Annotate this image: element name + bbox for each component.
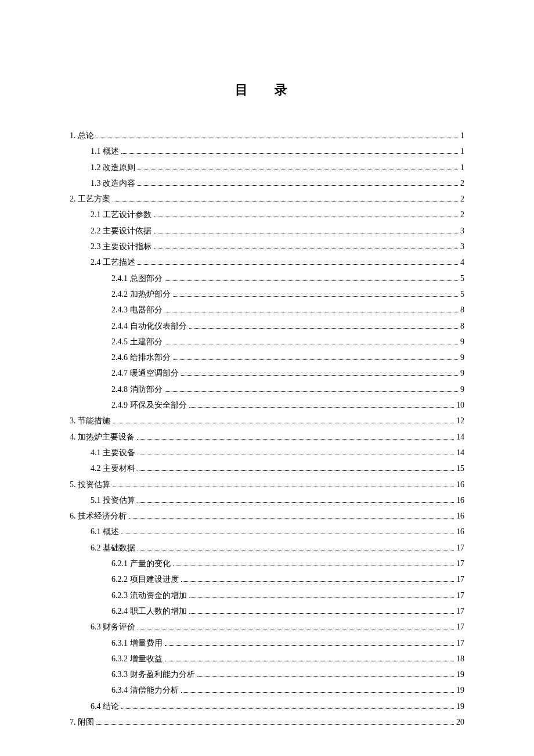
toc-leader-dots [113,201,458,201]
toc-entry-label: 1. 总论 [70,128,94,143]
toc-leader-dots [189,328,459,329]
toc-entry-label: 6.2.2 项目建设进度 [111,571,179,587]
toc-entry-label: 1.3 改造内容 [91,175,135,191]
toc-entry-label: 7. 附图 [70,714,94,730]
toc-entry-page: 2 [460,191,464,207]
toc-entry-page: 17 [456,588,464,603]
toc-entry-label: 5.1 投资估算 [91,492,135,508]
toc-leader-dots [165,312,459,312]
toc-entry-label: 2.3 主要设计指标 [91,239,151,254]
toc-leader-dots [138,550,454,550]
toc-entry: 6.2 基础数据17 [70,540,464,556]
toc-entry-label: 2.4.3 电器部分 [111,302,163,318]
toc-entry-page: 2 [460,207,464,222]
toc-entry: 6.2.3 流动资金的增加17 [70,588,464,603]
toc-entry-label: 6.2.1 产量的变化 [111,556,171,571]
toc-entry-label: 2.2 主要设计依据 [91,223,151,239]
toc-entry: 6.3.2 增量收益18 [70,651,464,667]
toc-leader-dots [189,613,454,614]
toc-leader-dots [154,249,458,249]
toc-leader-dots [138,185,458,186]
toc-entry-label: 3. 节能措施 [70,413,110,429]
toc-entry-page: 17 [456,540,464,556]
toc-entry: 2.4.2 加热炉部分5 [70,286,464,302]
toc-leader-dots [138,470,454,471]
toc-entry: 2.3 主要设计指标3 [70,239,464,254]
toc-leader-dots [165,661,454,661]
toc-entry: 2.4.9 环保及安全部分10 [70,397,464,413]
toc-entry: 2. 工艺方案2 [70,191,464,207]
toc-entry-label: 2.4.7 暖通空调部分 [111,365,179,381]
toc-entry: 6.2.1 产量的变化17 [70,556,464,571]
toc-entry-page: 16 [456,492,464,508]
toc-entry-page: 3 [460,239,464,254]
toc-entry-page: 16 [456,524,464,539]
toc-leader-dots [138,455,454,455]
toc-entry-page: 1 [460,160,464,175]
toc-entry-label: 2.4.8 消防部分 [111,381,163,397]
toc-entry: 5.1 投资估算16 [70,492,464,508]
toc-leader-dots [154,233,458,233]
toc-leader-dots [197,676,454,677]
toc-entry-label: 2.4.9 环保及安全部分 [111,397,187,413]
toc-leader-dots [138,502,454,503]
toc-entry-label: 2.4.2 加热炉部分 [111,286,171,302]
toc-entry-label: 6.2.4 职工人数的增加 [111,603,187,619]
toc-entry-label: 4.1 主要设备 [91,445,135,460]
toc-entry-page: 19 [456,682,464,698]
toc-entry-label: 6.4 结论 [91,699,119,714]
toc-entry-label: 2.1 工艺设计参数 [91,207,151,222]
toc-entry: 2.4.7 暖通空调部分9 [70,365,464,381]
toc-entry: 7. 附图20 [70,714,464,730]
toc-entry-page: 5 [460,271,464,286]
toc-entry-page: 20 [456,714,464,730]
toc-entry-page: 17 [456,619,464,635]
toc-entry-page: 18 [456,651,464,667]
toc-entry-page: 9 [460,350,464,365]
toc-entry-label: 2.4.1 总图部分 [111,271,163,286]
toc-entry: 4.1 主要设备14 [70,445,464,460]
toc-entry-label: 2. 工艺方案 [70,191,110,207]
toc-entry-label: 5. 投资估算 [70,477,110,492]
toc-entry-label: 4. 加热炉主要设备 [70,429,135,445]
toc-entry: 3. 节能措施12 [70,413,464,429]
toc-entry: 4. 加热炉主要设备14 [70,429,464,445]
toc-leader-dots [154,217,458,217]
toc-entry: 1. 总论1 [70,128,464,143]
toc-entry: 2.4.5 土建部分9 [70,334,464,350]
toc-entry-label: 6.2.3 流动资金的增加 [111,588,187,603]
toc-entry: 6.3.1 增量费用17 [70,635,464,651]
toc-leader-dots [121,708,454,709]
toc-entry: 6. 技术经济分析16 [70,508,464,524]
toc-leader-dots [129,518,454,519]
toc-entry: 2.1 工艺设计参数2 [70,207,464,222]
toc-entry-page: 14 [456,429,464,445]
toc-entry-label: 6. 技术经济分析 [70,508,127,524]
toc-leader-dots [181,375,459,376]
toc-entry-page: 12 [456,413,464,429]
toc-leader-dots [138,264,458,265]
toc-entry-page: 5 [460,286,464,302]
toc-entry-page: 1 [460,128,464,143]
toc-leader-dots [173,296,459,297]
toc-leader-dots [113,423,454,423]
toc-entry-page: 15 [456,460,464,476]
toc-leader-dots [138,629,454,629]
toc-entry-label: 2.4 工艺描述 [91,254,135,270]
toc-entry: 6.3 财务评价17 [70,619,464,635]
toc-entry-label: 2.4.6 给排水部分 [111,350,171,365]
toc-entry-page: 1 [460,143,464,159]
toc-entry-label: 6.3 财务评价 [91,619,135,635]
toc-entry-page: 2 [460,175,464,191]
toc-entry: 1.2 改造原则1 [70,160,464,175]
toc-entry-label: 6.3.2 增量收益 [111,651,163,667]
toc-entry-label: 2.4.5 土建部分 [111,334,163,350]
toc-leader-dots [173,566,454,566]
toc-entry-page: 3 [460,223,464,239]
toc-entry-label: 1.1 概述 [91,143,119,159]
toc-leader-dots [165,280,459,281]
toc-entry-page: 9 [460,334,464,350]
toc-entry-page: 4 [460,254,464,270]
toc-entry-page: 17 [456,635,464,651]
toc-entry-page: 8 [460,302,464,318]
